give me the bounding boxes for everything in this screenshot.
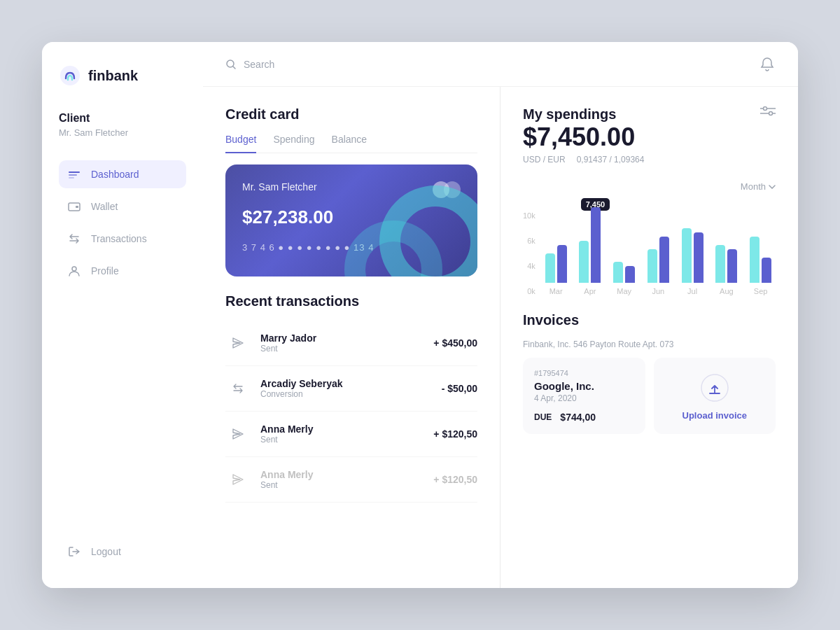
spendings-amount: $7,450.00 [523,122,776,152]
transactions-list: Marry Jador Sent + $450,00 [225,321,477,503]
bar-apr-indigo [591,207,601,283]
dashboard-icon [67,167,81,181]
transaction-type: Sent [260,435,433,444]
bar-pair-may [613,199,635,283]
sidebar: finbank Client Mr. Sam Fletcher Dashboar… [42,42,203,588]
invoice-company: Google, Inc. [534,380,634,392]
invoices-subtitle: Finbank, Inc. 546 Payton Route Apt. 073 [523,340,776,349]
bar-pair-sep [750,199,771,283]
transaction-details: Marry Jador Sent [260,332,433,354]
send-icon [225,330,251,356]
logout-label: Logout [91,546,121,557]
chart-wrapper: 10k 6k 4k 0k 7,450 [523,197,776,295]
bar-label-mar: Mar [550,287,563,295]
bar-label-apr: Apr [584,287,596,295]
sidebar-item-dashboard-label: Dashboard [91,169,139,180]
bar-group-aug: Aug [712,199,742,295]
invoice-id: #1795474 [534,369,634,377]
y-axis: 10k 6k 4k 0k [523,211,536,295]
sidebar-item-profile-label: Profile [91,265,119,276]
transaction-name: Anna Merly [260,469,433,480]
client-name: Mr. Sam Fletcher [59,127,186,138]
bars-area: 7,450 Mar [541,197,776,295]
sidebar-item-transactions-label: Transactions [91,233,147,244]
sidebar-item-dashboard[interactable]: Dashboard [59,160,186,188]
bar-mar-cyan [545,253,555,283]
spendings-rate: USD / EUR 0,91437 / 1,09364 [523,155,776,164]
bar-pair-jul [682,199,704,283]
transaction-item: Anna Merly Sent + $120,50 [225,457,477,503]
client-section: Client Mr. Sam Fletcher [59,112,186,138]
convert-icon [225,376,251,401]
bar-group-jun: Jun [643,199,673,295]
bar-sep-cyan [750,237,760,283]
invoice-cards: #1795474 Google, Inc. 4 Apr, 2020 DUE $7… [523,358,776,434]
transaction-amount: - $50,00 [442,383,477,394]
bar-label-may: May [617,287,631,295]
bar-mar-indigo [557,245,567,283]
sidebar-item-wallet-label: Wallet [91,201,118,212]
transactions-section: Recent transactions Marry Jador S [225,293,477,503]
app-window: finbank Client Mr. Sam Fletcher Dashboar… [42,42,798,588]
svg-rect-2 [69,174,77,176]
bar-jul-indigo [694,232,704,283]
logout-icon [67,545,81,559]
upload-invoice-label: Upload invoice [682,410,747,421]
chart-area: Month 10k 6k 4k 0k [523,181,776,295]
bar-group-apr: Apr [575,199,606,295]
sidebar-item-wallet[interactable]: Wallet [59,192,186,220]
transaction-name: Anna Merly [260,424,433,435]
currency-label: USD / EUR [523,155,566,164]
bar-label-aug: Aug [720,287,734,295]
bar-jul-cyan [682,228,692,283]
content-grid: Credit card Budget Spending Balance Mr. … [203,87,798,588]
bar-sep-indigo [762,258,771,283]
tab-spending[interactable]: Spending [273,134,314,153]
credit-card-section: Credit card Budget Spending Balance Mr. … [225,106,477,276]
sidebar-item-profile[interactable]: Profile [59,257,186,285]
bar-group-mar: Mar [541,199,571,295]
logout-button[interactable]: Logout [59,538,186,566]
bar-pair-mar [545,199,567,283]
bar-label-sep: Sep [754,287,768,295]
upload-invoice-button[interactable]: Upload invoice [654,358,776,434]
transaction-amount: + $450,00 [433,337,477,349]
bar-pair-jun [648,199,669,283]
bar-apr-cyan [579,241,589,283]
svg-rect-3 [69,177,74,178]
spendings-section: My spendings $7,450.00 USD / EUR [523,106,776,164]
search-icon [225,59,237,70]
month-select[interactable]: Month [741,181,776,192]
tab-budget[interactable]: Budget [225,134,256,153]
send-icon [225,467,251,492]
credit-card-visual: Mr. Sam Fletcher $27,238.00 3 7 4 6 ● ● … [225,164,477,276]
svg-point-6 [72,267,76,271]
upload-icon [698,371,732,405]
sidebar-item-transactions[interactable]: Transactions [59,225,186,253]
spendings-header: My spendings [523,106,776,122]
send-icon [225,421,251,447]
main-content: Search Credit card Budget Spending [203,42,798,588]
bar-may-cyan [613,262,623,283]
logo-icon [59,64,81,87]
transactions-title: Recent transactions [225,293,477,309]
bar-label-jun: Jun [652,287,665,295]
transaction-type: Sent [260,480,433,490]
svg-point-10 [764,107,767,111]
filter-button[interactable] [760,106,776,120]
search-area[interactable]: Search [225,59,274,70]
transaction-details: Arcadiy Seberyak Conversion [260,378,442,399]
transaction-type: Sent [260,344,433,354]
tab-balance[interactable]: Balance [332,134,368,153]
app-name: finbank [88,68,138,84]
wallet-icon [67,200,81,214]
bar-label-jul: Jul [687,287,697,295]
bar-aug-indigo [727,249,737,283]
transaction-details: Anna Merly Sent [260,469,433,490]
transaction-item: Arcadiy Seberyak Conversion - $50,00 [225,366,477,412]
notification-button[interactable] [759,56,776,73]
client-label: Client [59,112,186,125]
transaction-item: Marry Jador Sent + $450,00 [225,321,477,366]
exchange-rate: 0,91437 / 1,09364 [577,155,645,164]
logout-area: Logout [59,538,186,566]
